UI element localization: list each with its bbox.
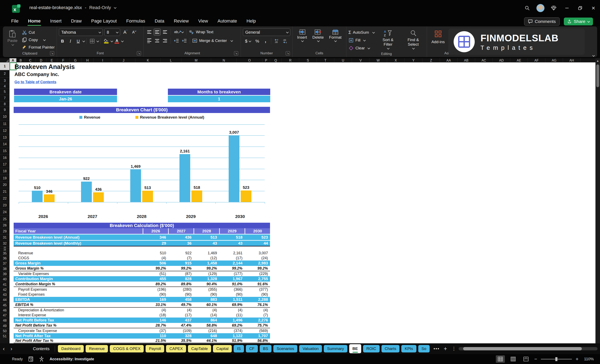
table-row-fiscal-year[interactable]: Fiscal Year20262027202820292030 [14, 228, 270, 235]
row-header-12[interactable]: 12 [0, 127, 9, 134]
sort-filter-button[interactable]: AZ Sort & Filter [376, 28, 400, 51]
borders-chevron[interactable] [97, 39, 99, 42]
table-row-interest-expense[interactable]: Interest Expense(18)(17)(14)(11)(7) [14, 313, 270, 318]
column-header-U[interactable]: U [334, 58, 352, 63]
italic-button[interactable]: I [67, 38, 74, 45]
row-header-36[interactable]: 36 [0, 256, 9, 261]
sheet-tab-summary[interactable]: Summary [324, 345, 347, 352]
find-select-button[interactable]: Find & Select [402, 28, 425, 51]
column-header-Z[interactable]: Z [422, 58, 440, 63]
font-color-button[interactable]: A [113, 38, 120, 45]
row-header-8[interactable]: 8 [0, 102, 9, 107]
row-header-46[interactable]: 46 [0, 308, 9, 313]
sheet-tab-charts[interactable]: Charts [382, 345, 400, 352]
table-row-net-profit-before-tax-[interactable]: Net Profit Before Tax %28.7%47.4%58.8%69… [14, 323, 270, 328]
align-middle-button[interactable] [154, 28, 161, 36]
column-header-W[interactable]: W [369, 58, 387, 63]
row-header-25[interactable]: 25 [0, 216, 9, 223]
row-header-32[interactable]: 32 [0, 241, 9, 246]
accessibility-icon[interactable] [39, 356, 44, 362]
minimize-button[interactable] [560, 2, 573, 14]
share-button[interactable]: Share [564, 18, 593, 25]
copy-button[interactable]: Copy [22, 36, 55, 43]
sheet-tab-dashboard[interactable]: Dashboard [58, 345, 84, 352]
paste-button[interactable]: Paste [5, 28, 20, 47]
column-header-T[interactable]: T [317, 58, 334, 63]
font-color-chevron[interactable] [121, 39, 124, 42]
sheet-tab-be[interactable]: BE [349, 344, 361, 353]
row-header-5[interactable]: 5 [0, 89, 9, 95]
row-header-16[interactable]: 16 [0, 155, 9, 161]
row-header-9[interactable]: 9 [0, 107, 9, 113]
column-header-I[interactable]: I [94, 58, 112, 63]
align-top-button[interactable] [146, 28, 153, 36]
row-headers[interactable]: 1234578910111213141516171819202122232425… [0, 62, 9, 343]
row-header-14[interactable]: 14 [0, 141, 9, 148]
gem-icon[interactable] [547, 2, 560, 14]
row-header-17[interactable]: 17 [0, 161, 9, 168]
row-header-7[interactable]: 7 [0, 95, 9, 102]
table-row-depreciation-amortization[interactable]: Depreciation & Amortization(4)(4)(4)(4)(… [14, 308, 270, 313]
row-header-51[interactable]: 51 [0, 334, 9, 339]
row-header-35[interactable]: 35 [0, 251, 9, 256]
sheet-tab-bs[interactable]: BS [260, 345, 272, 352]
column-header-B[interactable]: B [17, 58, 25, 63]
align-center-button[interactable] [154, 37, 161, 44]
row-header-44[interactable]: 44 [0, 297, 9, 303]
row-header-41[interactable]: 41 [0, 282, 9, 287]
table-row-variable-expenses[interactable]: Variable Expenses(51)(87)(129)(177)(229) [14, 271, 270, 276]
sheet-options-icon[interactable]: ⋮ [450, 346, 459, 351]
column-header-R[interactable]: R [281, 58, 299, 63]
row-header-24[interactable]: 24 [0, 209, 9, 216]
column-header-V[interactable]: V [352, 58, 369, 63]
column-header-L[interactable]: L [161, 58, 181, 63]
sheet-tab-kpis[interactable]: KPIs [401, 345, 416, 352]
more-sheets-button[interactable]: ••• [431, 346, 442, 351]
row-header-1[interactable]: 1 [0, 62, 9, 70]
align-right-button[interactable] [161, 37, 169, 44]
autosum-button[interactable]: Σ AutoSum [348, 29, 374, 36]
menu-tab-help[interactable]: Help [242, 17, 260, 25]
table-row-net-profit-before-tax[interactable]: Net Profit Before Tax1464378641,4962,276 [14, 318, 270, 323]
align-bottom-button[interactable] [161, 28, 169, 36]
fill-button[interactable]: Fill [348, 37, 374, 44]
horizontal-scroll-thumb[interactable] [463, 347, 582, 350]
zoom-in-button[interactable]: + [576, 356, 579, 362]
sheet-tab-payroll[interactable]: Payroll [146, 345, 164, 352]
macro-record-icon[interactable] [28, 356, 34, 362]
decrease-decimal-button[interactable]: .000 [281, 38, 289, 45]
column-header-AG[interactable]: AG [545, 58, 563, 63]
menu-tab-data[interactable]: Data [150, 17, 168, 25]
column-header-N[interactable]: N [211, 58, 237, 63]
fill-color-chevron[interactable] [111, 39, 113, 42]
sheet-tab-revenue[interactable]: Revenue [86, 345, 108, 352]
select-all-corner[interactable] [0, 58, 9, 63]
sheet-tab-is[interactable]: IS [234, 345, 244, 352]
format-cells-button[interactable]: Format [327, 28, 344, 43]
page-layout-view-button[interactable] [509, 355, 518, 363]
sheet-tab-capex[interactable]: CAPEX [166, 345, 186, 352]
table-row-revenue[interactable]: Revenue5109221,4692,1613,007 [14, 251, 270, 255]
column-header-K[interactable]: K [135, 58, 161, 63]
underline-button[interactable]: U [75, 38, 82, 45]
table-row-gross-margin-[interactable]: Gross Margin %99.2%99.2%99.2%99.2%99.2% [14, 266, 270, 271]
table-row-corporate-tax-expense[interactable]: Corporate Tax Expense(37)(109)(216)(374)… [14, 328, 270, 333]
zoom-out-button[interactable]: − [534, 356, 537, 362]
sheet-tab-roic[interactable]: ROIC [363, 345, 380, 352]
table-row-net-profit-after-tax[interactable]: Net Profit After Tax1103286481,1221,707 [14, 333, 270, 339]
font-family-combo[interactable]: Tahoma [59, 28, 103, 36]
sheet-tab-so[interactable]: So [418, 345, 430, 352]
column-header-Y[interactable]: Y [405, 58, 422, 63]
decrease-indent-button[interactable] [173, 37, 180, 44]
column-header-C[interactable]: C [25, 58, 36, 63]
table-row-gross-margin[interactable]: Gross Margin5069151,4582,1442,983 [14, 261, 270, 266]
align-left-button[interactable] [146, 37, 153, 44]
new-sheet-button[interactable]: + [442, 346, 450, 352]
sheet-tab-valuation[interactable]: Valuation [299, 345, 322, 352]
vertical-scroll-thumb[interactable] [596, 64, 599, 87]
row-header-29[interactable]: 29 [0, 228, 9, 235]
menu-tab-draw[interactable]: Draw [67, 17, 86, 25]
row-header-39[interactable]: 39 [0, 272, 9, 277]
table-row-ebitda[interactable]: EBITDA1694588831,5112,288 [14, 297, 270, 302]
column-header-M[interactable]: M [181, 58, 211, 63]
